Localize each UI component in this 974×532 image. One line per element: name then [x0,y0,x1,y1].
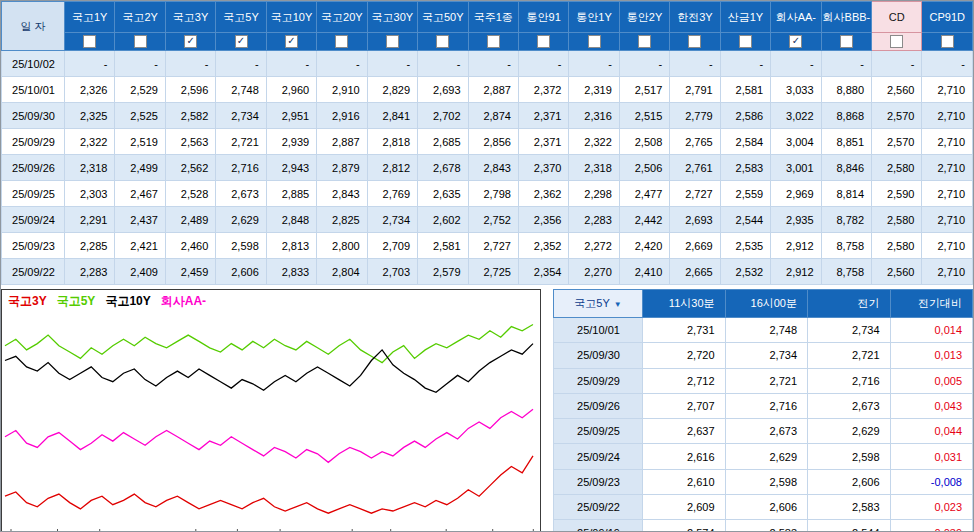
rate-cell: 2,596 [165,77,215,103]
rate-cell: 2,752 [468,207,518,233]
col-header-국고20Y[interactable]: 국고20Y [317,2,367,33]
col-header-국고50Y[interactable]: 국고50Y [418,2,468,33]
checkbox-국고50Y[interactable] [436,35,449,48]
rate-cell: 3,022 [771,103,821,129]
chart-legend: 국고3Y국고5Y국고10Y회사AA- [8,293,206,310]
col-header-국고30Y[interactable]: 국고30Y [367,2,417,33]
legend-국고5Y: 국고5Y [57,293,96,310]
checkbox-국고10Y[interactable]: ✓ [285,35,298,48]
checkbox-국고20Y[interactable] [335,35,348,48]
checkbox-회사AA-[interactable]: ✓ [789,35,802,48]
checkbox-cell-회사AA-: ✓ [771,33,821,51]
rate-cell: 2,563 [165,129,215,155]
rate-cell: 2,420 [619,233,669,259]
checkbox-한전3Y[interactable] [688,35,701,48]
checkbox-cell-국고10Y: ✓ [266,33,316,51]
rate-cell: 2,562 [165,155,215,181]
col-header-국고1Y[interactable]: 국고1Y [65,2,115,33]
col-header-CP91D[interactable]: CP91D [922,2,973,33]
col-header-통안91[interactable]: 통안91 [518,2,568,33]
dropdown-arrow-icon: ▼ [614,300,622,309]
checkbox-국주1종[interactable] [487,35,500,48]
detail-date-cell: 25/09/19 [554,520,643,532]
detail-1600-cell: 2,734 [725,343,808,368]
rate-row-25/09/26: 25/09/262,3182,4992,5622,7162,9432,8792,… [2,155,973,181]
top-header-row: 일 자 국고1Y국고2Y국고3Y국고5Y국고10Y국고20Y국고30Y국고50Y… [2,2,973,33]
rate-cell: 2,969 [771,181,821,207]
col-header-국고2Y[interactable]: 국고2Y [115,2,165,33]
detail-row-25/09/26: 25/09/262,7072,7162,6730,043 [554,393,973,418]
checkbox-통안2Y[interactable] [638,35,651,48]
col-header-회사BBB-[interactable]: 회사BBB- [821,2,871,33]
detail-prev-cell: 2,544 [808,520,891,532]
rate-cell: 2,841 [367,103,417,129]
detail-table: 국고5Y▼11시30분16시00분전기전기대비 25/10/012,7312,7… [553,289,973,532]
rate-cell: 2,318 [569,155,619,181]
rate-cell: 8,758 [821,233,871,259]
rate-cell: - [922,51,973,77]
rate-cell: 2,559 [720,181,770,207]
rate-cell: 8,851 [821,129,871,155]
col-header-국주1종[interactable]: 국주1종 [468,2,518,33]
col-header-CD[interactable]: CD [872,2,922,33]
checkbox-cell-국고3Y: ✓ [165,33,215,51]
top-table-body: 25/10/02------------------25/10/012,3262… [2,51,973,285]
checkbox-국고2Y[interactable] [134,35,147,48]
detail-1130-cell: 2,731 [643,318,726,343]
rate-cell: 2,848 [266,207,316,233]
checkbox-국고3Y[interactable]: ✓ [184,35,197,48]
col-header-국고5Y[interactable]: 국고5Y [216,2,266,33]
col-header-통안2Y[interactable]: 통안2Y [619,2,669,33]
checkbox-cell-국고5Y: ✓ [216,33,266,51]
checkbox-국고5Y[interactable]: ✓ [235,35,248,48]
rate-cell: 2,779 [670,103,720,129]
checkbox-산금1Y[interactable] [739,35,752,48]
rate-cell: 2,325 [65,103,115,129]
checkbox-cell-한전3Y [670,33,720,51]
rate-row-25/09/24: 25/09/242,2912,4372,4892,6292,8482,8252,… [2,207,973,233]
rate-cell: 2,910 [317,77,367,103]
checkbox-통안91[interactable] [537,35,550,48]
detail-date-cell: 25/09/29 [554,368,643,393]
detail-diff-cell: 0,043 [890,393,973,418]
rate-cell: 8,846 [821,155,871,181]
col-header-국고10Y[interactable]: 국고10Y [266,2,316,33]
rate-cell: 2,710 [922,233,973,259]
checkbox-CP91D[interactable] [941,35,954,48]
rate-cell: 2,560 [872,259,922,285]
checkbox-CD[interactable] [890,35,903,48]
rate-cell: - [670,51,720,77]
col-header-한전3Y[interactable]: 한전3Y [670,2,720,33]
rate-cell: 2,727 [468,233,518,259]
chart-line-회사AA- [5,409,533,462]
checkbox-국고1Y[interactable] [83,35,96,48]
rate-cell: 2,519 [115,129,165,155]
rate-cell: 8,782 [821,207,871,233]
col-header-통안1Y[interactable]: 통안1Y [569,2,619,33]
detail-row-25/09/19: 25/09/192,5742,5832,5440,039 [554,520,973,532]
rate-cell: 2,748 [216,77,266,103]
detail-prev-cell: 2,721 [808,343,891,368]
legend-국고3Y: 국고3Y [8,293,47,310]
date-cell: 25/10/02 [2,51,65,77]
checkbox-국고30Y[interactable] [386,35,399,48]
col-header-회사AA-[interactable]: 회사AA- [771,2,821,33]
detail-1600-cell: 2,598 [725,469,808,494]
legend-회사AA-: 회사AA- [161,293,206,310]
rate-cell: 2,582 [165,103,215,129]
col-header-국고3Y[interactable]: 국고3Y [165,2,215,33]
checkbox-cell-산금1Y [720,33,770,51]
rate-cell: 2,818 [367,129,417,155]
rate-cell: 2,939 [266,129,316,155]
rate-cell: 2,535 [720,233,770,259]
series-select[interactable]: 국고5Y▼ [554,290,643,318]
rate-cell: - [367,51,417,77]
detail-row-25/09/22: 25/09/222,6092,6062,5830,023 [554,495,973,520]
col-header-산금1Y[interactable]: 산금1Y [720,2,770,33]
checkbox-회사BBB-[interactable] [840,35,853,48]
checkbox-통안1Y[interactable] [588,35,601,48]
rate-cell: 2,885 [266,181,316,207]
detail-prev-cell: 2,583 [808,495,891,520]
detail-date-cell: 25/09/22 [554,495,643,520]
detail-1130-cell: 2,574 [643,520,726,532]
